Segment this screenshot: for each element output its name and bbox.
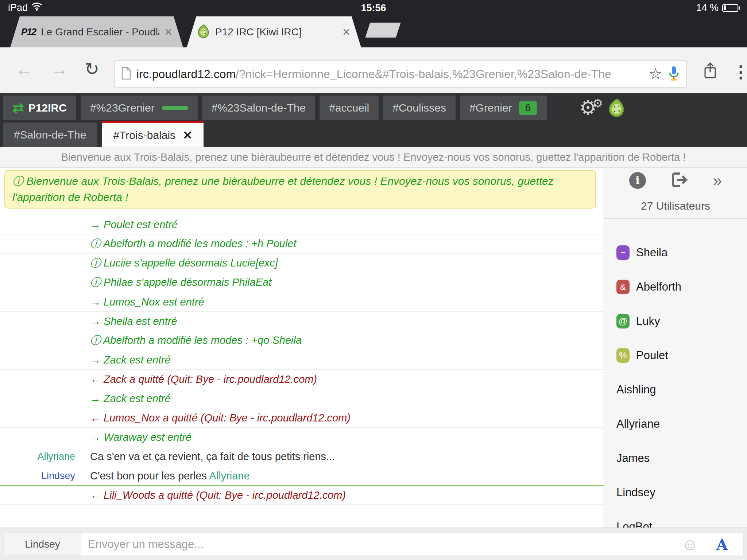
message-input[interactable] — [81, 538, 682, 551]
user-sidebar: i » 27 Utilisateurs ~Sheila&Abelforth@Lu… — [604, 168, 747, 528]
kiwi-logo-icon[interactable] — [608, 98, 626, 119]
channel-tab-active[interactable]: #Trois-balais✕ — [102, 121, 203, 147]
nick-gutter — [0, 428, 82, 447]
text-format-icon[interactable]: A — [716, 536, 728, 553]
channel-button[interactable]: #%23Salon-de-The — [202, 96, 316, 120]
close-tab-icon[interactable]: × — [342, 26, 350, 39]
browser-tab-kiwi-irc[interactable]: P12 IRC [Kiwi IRC] × — [187, 16, 361, 47]
user-list-item[interactable]: Allyriane — [604, 407, 747, 441]
message-input-bar: Lindsey ☺ A — [0, 528, 747, 560]
channel-tab[interactable]: #Salon-de-The — [3, 122, 97, 147]
nick-gutter — [0, 408, 82, 427]
address-bar[interactable]: irc.poudlard12.com/?nick=Hermionne_Licor… — [114, 61, 687, 88]
message-text: ⓘ Abelforth a modifié les modes : +h Pou… — [82, 237, 604, 251]
status-text: Lumos_Nox est entré — [104, 296, 204, 308]
collapse-sidebar-icon[interactable]: » — [713, 171, 722, 190]
new-tab-button[interactable] — [365, 23, 400, 38]
nickname[interactable]: Allyriane — [37, 451, 75, 462]
message-text: ← Zack a quitté (Quit: Bye - irc.poudlar… — [82, 373, 604, 385]
message-text: → Zack est entré — [82, 354, 604, 366]
nick-gutter: Lindsey — [0, 466, 82, 485]
nickname[interactable]: Lindsey — [41, 470, 75, 482]
channel-label: #Salon-de-The — [14, 129, 86, 141]
user-list-item[interactable]: @Luky — [604, 304, 747, 338]
status-text: Sheila est entré — [104, 315, 177, 327]
leave-channel-icon[interactable] — [671, 172, 688, 189]
user-mode-badge: & — [616, 280, 630, 294]
url-text: irc.poudlard12.com/?nick=Hermionne_Licor… — [136, 67, 643, 81]
close-tab-icon[interactable]: × — [165, 26, 172, 39]
message-row: ⓘ Abelforth a modifié les modes : +qo Sh… — [0, 331, 604, 350]
message-text: → Poulet est entré — [82, 219, 604, 231]
activity-indicator — [162, 106, 188, 110]
message-text: → Lumos_Nox est entré — [82, 296, 604, 308]
message-row: → Sheila est entré — [0, 312, 604, 331]
network-switch-icon: ⇄ — [12, 100, 24, 116]
voice-search-icon[interactable] — [667, 65, 680, 83]
sidebar-toolbar: i » — [604, 168, 747, 193]
message-list: → Poulet est entréⓘ Abelforth a modifié … — [0, 215, 604, 505]
top-dark-bar: iPad 15:56 14 % P12 Le Grand Escalier - … — [0, 0, 747, 47]
nick-gutter — [0, 312, 82, 331]
channel-label: #Trois-balais — [113, 129, 175, 141]
status-text: Luciie s'appelle désormais Lucie[exc] — [104, 257, 278, 269]
message-text: → Sheila est entré — [82, 315, 604, 327]
channel-button[interactable]: #Grenier6 — [460, 96, 547, 120]
user-list-item[interactable]: LogBot — [604, 510, 747, 528]
nick-gutter: Allyriane — [0, 447, 82, 466]
overflow-menu-icon[interactable]: ⋮ — [732, 62, 747, 82]
user-list-item[interactable]: ~Sheila — [604, 236, 747, 270]
channel-button[interactable]: #%23Grenier — [81, 96, 198, 120]
channel-button[interactable]: #Coulisses — [383, 96, 456, 120]
network-button[interactable]: ⇄ P12IRC — [3, 96, 76, 120]
ios-status-bar: iPad 15:56 14 % — [0, 0, 747, 15]
emoji-picker-icon[interactable]: ☺ — [682, 535, 698, 553]
status-text: Poulet est entré — [104, 219, 178, 230]
join-arrow-icon: → — [90, 431, 104, 443]
message-text: ← Lili_Woods a quitté (Quit: Bye - irc.p… — [82, 489, 604, 501]
share-icon[interactable] — [703, 62, 717, 81]
status-text: Waraway est entré — [104, 431, 191, 443]
notice-text: Bienvenue aux Trois-Balais, prenez une b… — [12, 175, 554, 203]
user-list-item[interactable]: Lindsey — [604, 475, 747, 510]
user-name: James — [616, 452, 650, 465]
status-text: Abelforth a modifié les modes : +h Poule… — [103, 238, 297, 249]
bookmark-star-icon[interactable]: ☆ — [649, 66, 662, 82]
user-mode-badge: @ — [616, 314, 630, 328]
nick-gutter — [0, 370, 82, 389]
message-text: → Zack est entré — [82, 393, 604, 405]
message-row: → Waraway est entré — [0, 428, 604, 447]
channel-button[interactable]: #accueil — [320, 96, 379, 120]
message-text: ← Lumos_Nox a quitté (Quit: Bye - irc.po… — [82, 412, 604, 424]
message-row: → Poulet est entré — [0, 215, 604, 234]
back-icon[interactable]: ← — [15, 58, 33, 80]
browser-toolbar: ← → ↻ irc.poudlard12.com/?nick=Hermionne… — [0, 47, 747, 93]
user-list-item[interactable]: %Poulet — [604, 338, 747, 373]
user-list-item[interactable]: Aishling — [604, 373, 747, 407]
page-icon — [121, 67, 131, 81]
user-list: ~Sheila&Abelforth@Luky%PouletAishlingAll… — [604, 219, 747, 528]
forward-icon[interactable]: → — [50, 58, 68, 80]
settings-gears-icon[interactable]: ⚙⚙ — [579, 96, 603, 119]
channel-label: #Grenier — [469, 102, 512, 114]
channel-topic-bar: Bienvenue aux Trois-Balais, prenez une b… — [0, 147, 747, 168]
close-channel-icon[interactable]: ✕ — [183, 128, 193, 142]
join-arrow-icon: → — [90, 393, 104, 404]
channel-label: #%23Salon-de-The — [212, 102, 306, 114]
url-path: /?nick=Hermionne_Licorne&#Trois-balais,%… — [236, 67, 611, 81]
join-arrow-icon: → — [90, 296, 104, 308]
user-list-item[interactable]: James — [604, 441, 747, 475]
browser-tab-escalier[interactable]: P12 Le Grand Escalier - Poudlard × — [10, 16, 183, 47]
user-count: 27 Utilisateurs — [604, 193, 747, 219]
user-list-item[interactable]: &Abelforth — [604, 270, 747, 304]
quit-arrow-icon: ← — [90, 412, 104, 424]
user-name: Lindsey — [616, 486, 655, 499]
current-nick-button[interactable]: Lindsey — [4, 533, 81, 556]
message-text: Ca s'en va et ça revient, ça fait de tou… — [82, 451, 604, 463]
info-icon: ⓘ — [90, 238, 103, 249]
message-row: AllyrianeCa s'en va et ça revient, ça fa… — [0, 447, 604, 466]
channel-info-icon[interactable]: i — [629, 172, 646, 189]
reload-icon[interactable]: ↻ — [85, 58, 99, 80]
message-text: ⓘ Philae s'appelle désormais PhilaEat — [82, 275, 604, 290]
browser-tab-title: Le Grand Escalier - Poudlard — [41, 26, 159, 38]
